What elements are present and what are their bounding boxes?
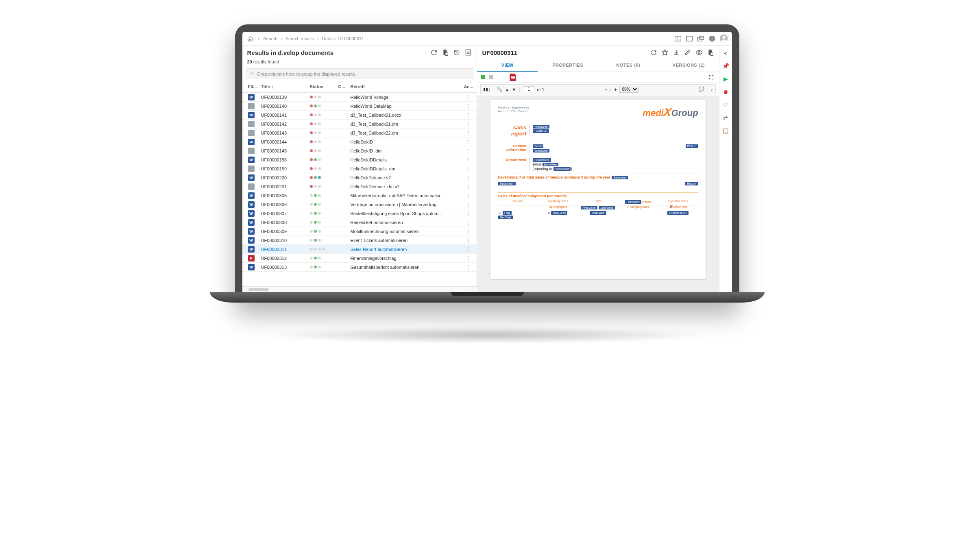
svg-marker-14	[662, 50, 667, 55]
row-subject: HelloDokIDDetails	[348, 156, 462, 164]
crumb-details[interactable]: Details: UF00000311	[322, 36, 364, 41]
tab-versions[interactable]: VERSIONS (1)	[658, 59, 719, 72]
table-row[interactable]: PUF00000312Finanzanlagevorschlag⋮	[242, 254, 477, 263]
row-menu-icon[interactable]: ⋮	[465, 130, 471, 136]
list-view-icon[interactable]	[464, 49, 472, 56]
pdf-sidebar-toggle-icon[interactable]: ▮◧	[483, 87, 490, 92]
row-menu-icon[interactable]: ⋮	[465, 94, 471, 100]
tab-notes[interactable]: NOTES (0)	[598, 59, 658, 72]
pdf-search-icon[interactable]: 🔍	[497, 87, 502, 92]
row-menu-icon[interactable]: ⋮	[465, 112, 471, 118]
row-menu-icon[interactable]: ⋮	[465, 183, 471, 190]
row-id: UF00000144	[259, 138, 307, 146]
star-icon[interactable]	[661, 49, 669, 56]
table-row[interactable]: WUF00000313Gesundheitsbericht automatisi…	[242, 263, 477, 272]
row-menu-icon[interactable]: ⋮	[465, 255, 471, 261]
table-row[interactable]: UF00000145HelloDokID_dm⋮	[242, 146, 477, 155]
row-subject: Gesundheitsbericht automatisieren	[348, 263, 462, 271]
rail-workflow-icon[interactable]: ⇄	[721, 114, 730, 122]
table-row[interactable]: WUF00000308Reiseticket automatisieren⋮	[242, 218, 477, 227]
pdf-more-icon[interactable]: ›	[711, 87, 713, 92]
pdf-next-page-icon[interactable]: ▼	[512, 87, 516, 92]
table-row[interactable]: WUF00000310Event Tickets automatisieren⋮	[242, 236, 477, 245]
rail-play-icon[interactable]: ▶	[721, 75, 730, 83]
pdf-prev-page-icon[interactable]: ▲	[505, 87, 509, 92]
pdf-file-icon[interactable]	[510, 74, 516, 81]
th-file[interactable]: Fil...	[246, 83, 259, 91]
home-icon[interactable]	[246, 35, 254, 42]
rail-record-icon[interactable]: ⏺	[721, 88, 730, 96]
rail-clipboard-icon[interactable]: 📋	[721, 127, 730, 135]
row-menu-icon[interactable]: ⋮	[465, 228, 471, 235]
row-menu-icon[interactable]: ⋮	[465, 192, 471, 199]
horizontal-scrollbar[interactable]: ‹› ‹ ›	[242, 286, 477, 292]
info-icon[interactable]: i	[708, 35, 716, 42]
row-menu-icon[interactable]: ⋮	[465, 103, 471, 109]
row-menu-icon[interactable]: ⋮	[465, 166, 471, 172]
row-menu-icon[interactable]: ⋮	[465, 264, 471, 270]
file-type-icon	[248, 148, 255, 154]
table-row[interactable]: UF00000201HelloDokRelease_dm v2⋮	[242, 182, 477, 191]
rail-pin-icon[interactable]: 📌	[721, 62, 730, 70]
table-row[interactable]: WUF00000141d3_Test_Callback01.docx⋮	[242, 111, 477, 120]
row-menu-icon[interactable]: ⋮	[465, 148, 471, 154]
row-menu-icon[interactable]: ⋮	[465, 246, 471, 253]
table-row[interactable]: WUF00000139HelloWorld Vorlage⋮	[242, 93, 477, 102]
breadcrumb-back[interactable]: ‹	[258, 36, 259, 41]
table-row[interactable]: WUF00000200HelloDokRelease v2⋮	[242, 173, 477, 182]
crumb-results[interactable]: Search results	[285, 36, 314, 41]
crumb-search[interactable]: Search	[263, 36, 277, 41]
row-menu-icon[interactable]: ⋮	[465, 121, 471, 127]
table-row[interactable]: WUF00000307Bestellbestätigung eines Spor…	[242, 209, 477, 218]
row-menu-icon[interactable]: ⋮	[465, 219, 471, 226]
table-row[interactable]: WUF00000306Verträge automatisieren | Mit…	[242, 200, 477, 209]
status-dots	[310, 96, 333, 98]
group-drop-hint[interactable]: ☰ Drag columns here to group the display…	[246, 68, 474, 79]
th-actions[interactable]: Ac...	[461, 83, 473, 91]
tab-properties[interactable]: PROPERTIES	[538, 59, 598, 72]
eye-icon[interactable]	[695, 49, 703, 56]
tab-view[interactable]: VIEW	[477, 59, 538, 72]
table-row[interactable]: UF00000140HelloWorld DataMap⋮	[242, 102, 477, 111]
results-panel: Results in d.velop documents 20 results …	[242, 46, 477, 292]
rail-collapse-icon[interactable]: «	[721, 49, 730, 57]
row-menu-icon[interactable]: ⋮	[465, 139, 471, 145]
table-row[interactable]: UF00000142d3_Test_Callback01.dm⋮	[242, 120, 477, 129]
row-menu-icon[interactable]: ⋮	[465, 210, 471, 217]
layout-dual-icon[interactable]	[674, 35, 682, 42]
table-row[interactable]: WUF00000144HelloDokID⋮	[242, 137, 477, 146]
pdf-page-input[interactable]	[523, 86, 534, 92]
row-menu-icon[interactable]: ⋮	[465, 157, 471, 163]
table-row[interactable]: WUF00000311Sales Report automatisieren⋮	[242, 245, 477, 254]
row-menu-icon[interactable]: ⋮	[465, 237, 471, 244]
pdf-comment-icon[interactable]: 💬	[699, 87, 704, 92]
th-status[interactable]: Status	[307, 83, 336, 91]
refresh-detail-icon[interactable]	[650, 49, 657, 56]
refresh-icon[interactable]	[430, 49, 438, 56]
row-menu-icon[interactable]: ⋮	[465, 201, 471, 208]
row-id: UF00000310	[259, 236, 307, 244]
layout-single-icon[interactable]	[686, 35, 693, 42]
history-icon[interactable]	[453, 49, 460, 56]
rail-favorite-icon[interactable]: ♡	[721, 101, 730, 109]
clipboard-icon[interactable]	[707, 49, 714, 56]
pdf-preview-viewport[interactable]: Medical Equipment Around The World mediX…	[477, 96, 719, 292]
edit-icon[interactable]	[684, 49, 691, 56]
th-betreff[interactable]: Betreff	[348, 83, 462, 91]
pdf-zoom-select[interactable]: 80%	[619, 86, 638, 93]
pdf-zoom-in-icon[interactable]: +	[614, 87, 617, 92]
table-row[interactable]: WUF00000158HelloDokIDDetails⋮	[242, 155, 477, 164]
table-row[interactable]: UF00000159HelloDokIDDetails_dm⋮	[242, 164, 477, 173]
clipboard-paste-icon[interactable]	[442, 49, 449, 56]
fullscreen-icon[interactable]	[708, 74, 715, 81]
layout-popout-icon[interactable]	[697, 35, 704, 42]
table-row[interactable]: WUF00000309Mobilfunkrechnung automatisie…	[242, 227, 477, 236]
th-title[interactable]: Title ↑	[259, 83, 307, 91]
download-icon[interactable]	[673, 49, 680, 56]
th-c[interactable]: C...	[336, 83, 348, 91]
row-menu-icon[interactable]: ⋮	[465, 174, 471, 181]
table-row[interactable]: WUF00000305Mitarbeiterformular mit SAP D…	[242, 191, 477, 200]
table-row[interactable]: UF00000143d3_Test_Callback02.dm⋮	[242, 129, 477, 137]
user-avatar-icon[interactable]	[720, 35, 728, 43]
pdf-zoom-out-icon[interactable]: −	[605, 87, 607, 92]
